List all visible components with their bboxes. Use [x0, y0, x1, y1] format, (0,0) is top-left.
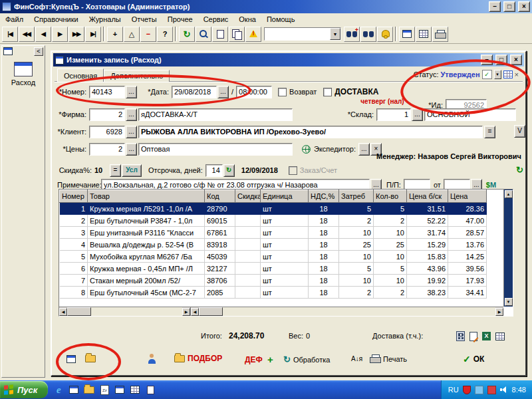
scroll-track[interactable]	[199, 307, 495, 316]
ok-button[interactable]: ✓ ОК	[463, 354, 484, 364]
cell-price[interactable]: 47.00	[448, 215, 487, 227]
copy-multiple-button[interactable]	[229, 27, 245, 42]
cell-discount[interactable]	[235, 215, 261, 227]
number-lookup-button[interactable]: ...	[126, 86, 137, 98]
layout-button[interactable]	[416, 27, 432, 42]
status-dropdown-icon[interactable]: ▼	[494, 70, 501, 79]
cell-price[interactable]: 17.93	[448, 275, 487, 287]
menu-item-other[interactable]: Прочее	[162, 15, 198, 24]
col-header-number[interactable]: Номер	[60, 190, 88, 203]
edit-doc-icon[interactable]	[469, 332, 477, 341]
tab-main[interactable]: Основная	[57, 68, 104, 82]
cell-number[interactable]: 4	[60, 239, 88, 251]
cell-price-nodisc[interactable]: 52.22	[407, 215, 448, 227]
cell-requested[interactable]: 2	[339, 287, 374, 299]
col-header-code[interactable]: Код	[205, 190, 235, 203]
new-window-button[interactable]	[399, 27, 415, 42]
grid-shortcut-icon[interactable]	[129, 384, 141, 396]
cell-price-nodisc[interactable]: 43.96	[407, 263, 448, 275]
col-header-price-nodisc[interactable]: Цена б/ск	[407, 190, 448, 203]
maximize-button[interactable]: □	[503, 1, 515, 12]
scroll-right-icon[interactable]: ▶	[495, 308, 503, 316]
dialog-close-button[interactable]: ×	[510, 55, 522, 65]
currency-m-icon[interactable]: М	[490, 181, 496, 189]
menu-item-service[interactable]: Сервис	[198, 15, 234, 24]
cell-unit[interactable]: шт	[261, 215, 309, 227]
cell-number[interactable]: 7	[60, 275, 88, 287]
cell-product[interactable]: Вешалка д/одежды р. 52-54 (В	[88, 239, 205, 251]
show-desktop-icon[interactable]	[68, 384, 80, 396]
minimize-button[interactable]: –	[489, 1, 501, 12]
cell-discount[interactable]	[235, 203, 261, 215]
window-shortcut-icon[interactable]	[114, 384, 126, 396]
cell-price[interactable]: 28.36	[448, 203, 487, 215]
menu-item-reports[interactable]: Отчеты	[126, 15, 162, 24]
menu-item-windows[interactable]: Окна	[233, 15, 261, 24]
cell-product[interactable]: Ерш бутылочный Р3847 - 1,0л	[88, 215, 205, 227]
cell-discount[interactable]	[235, 287, 261, 299]
cell-vat[interactable]: 18	[309, 239, 339, 251]
cell-product[interactable]: Мухобойка круглая М6267 /Ба	[88, 251, 205, 263]
language-indicator[interactable]: RU	[448, 386, 459, 394]
menu-item-journals[interactable]: Журналы	[84, 15, 126, 24]
col-header-unit[interactable]: Единица	[261, 190, 309, 203]
cell-code[interactable]: 69015	[205, 215, 235, 227]
conditions-button[interactable]: Усл	[122, 164, 142, 177]
shortcut-expense[interactable]: Расход	[2, 78, 45, 86]
fast-next-button[interactable]: ▶▶	[68, 27, 84, 42]
close-button[interactable]: ×	[518, 1, 530, 12]
cell-code[interactable]: 32127	[205, 263, 235, 275]
cell-price-nodisc[interactable]: 31.51	[407, 203, 448, 215]
cell-number[interactable]: 2	[60, 215, 88, 227]
cell-requested[interactable]: 2	[339, 215, 374, 227]
cell-unit[interactable]: шт	[261, 287, 309, 299]
alert-button[interactable]	[245, 27, 261, 42]
cell-qty[interactable]: 10	[374, 227, 407, 239]
table-row[interactable]: 5 Мухобойка круглая М6267 /Ба 45039 шт 1…	[60, 251, 487, 263]
cell-code[interactable]: 2085	[205, 287, 235, 299]
print-toolbar-button[interactable]	[432, 27, 448, 42]
cell-vat[interactable]: 18	[309, 251, 339, 263]
right-horizontal-scrollbar[interactable]: ◀ ▶	[191, 307, 503, 316]
client-lookup-button[interactable]: ...	[126, 126, 137, 138]
status-list-icon[interactable]	[503, 70, 513, 78]
cell-price-nodisc[interactable]: 38.23	[407, 287, 448, 299]
prev-record-button[interactable]: ◀	[35, 27, 51, 42]
firm-code-field[interactable]: 2	[89, 108, 125, 121]
cell-requested[interactable]: 10	[339, 227, 374, 239]
cell-price[interactable]: 13.76	[448, 239, 487, 251]
podbor-button[interactable]: ПОДБОР	[174, 354, 222, 363]
cell-product[interactable]: Ерш бутылочный 45см (МС-2-7	[88, 287, 205, 299]
add-item-button[interactable]: +	[267, 354, 273, 365]
refresh-button[interactable]: ↻	[179, 27, 195, 42]
cell-unit[interactable]: шт	[261, 263, 309, 275]
status-check-icon[interactable]: ✓	[482, 70, 492, 79]
refresh-right-icon[interactable]: ↻	[516, 165, 523, 175]
cell-unit[interactable]: шт	[261, 275, 309, 287]
cell-price[interactable]: 14.25	[448, 251, 487, 263]
quick-folder-icon[interactable]	[83, 384, 95, 396]
cell-requested[interactable]: 5	[339, 203, 374, 215]
warehouse-lookup-button[interactable]: ...	[412, 108, 423, 121]
chevron-down-icon[interactable]: ▼	[330, 28, 340, 40]
cell-product[interactable]: Кружка мерная - 0,45л МП+ /Л	[88, 263, 205, 275]
scroll-up-icon[interactable]: ▲	[505, 190, 513, 198]
prices-code-field[interactable]: 2	[89, 143, 125, 156]
col-header-qty[interactable]: Кол-во	[374, 190, 407, 203]
dialog-minimize-button[interactable]: –	[481, 55, 493, 65]
cell-code[interactable]: 83918	[205, 239, 235, 251]
cell-price-nodisc[interactable]: 15.83	[407, 251, 448, 263]
delete-record-button[interactable]: −	[140, 27, 156, 42]
find-add-button[interactable]: +	[344, 27, 360, 42]
cell-qty[interactable]: 2	[374, 287, 407, 299]
cell-vat[interactable]: 18	[309, 263, 339, 275]
cell-qty[interactable]: 25	[374, 239, 407, 251]
scroll-right-icon[interactable]: ▶	[182, 308, 190, 316]
table-row[interactable]: 7 Стакан мерный 200мл /52/ 38706 шт 18 1…	[60, 275, 487, 287]
next-record-button[interactable]: ▶	[52, 27, 68, 42]
warehouse-code-field[interactable]: 1	[376, 108, 411, 121]
discount-equal-button[interactable]: =	[110, 164, 121, 177]
col-header-price[interactable]: Цена	[448, 190, 487, 203]
left-horizontal-scrollbar[interactable]: ◀ ▶	[59, 307, 191, 316]
return-checkbox[interactable]	[278, 88, 287, 96]
